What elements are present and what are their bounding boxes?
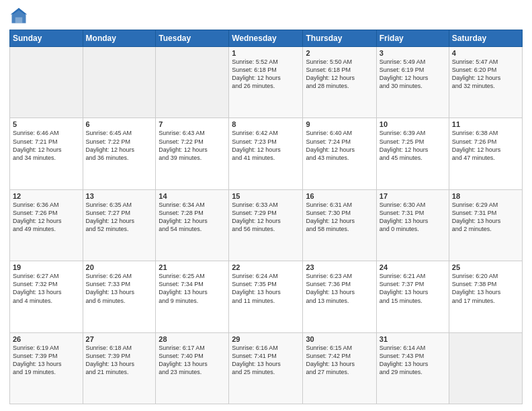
calendar-cell: 27Sunrise: 6:18 AM Sunset: 7:39 PM Dayli… [83, 332, 156, 404]
day-number: 2 [306, 49, 373, 57]
day-number: 31 [380, 335, 446, 343]
day-info: Sunrise: 6:19 AM Sunset: 7:39 PM Dayligh… [13, 344, 80, 377]
calendar-cell: 20Sunrise: 6:26 AM Sunset: 7:33 PM Dayli… [83, 261, 156, 332]
day-number: 21 [159, 263, 226, 271]
day-number: 4 [452, 49, 519, 57]
weekday-header: Thursday [303, 30, 376, 47]
calendar-cell: 30Sunrise: 6:15 AM Sunset: 7:42 PM Dayli… [303, 332, 376, 404]
day-number: 7 [159, 120, 226, 128]
day-info: Sunrise: 6:27 AM Sunset: 7:32 PM Dayligh… [13, 272, 80, 305]
day-info: Sunrise: 6:15 AM Sunset: 7:42 PM Dayligh… [306, 344, 373, 377]
calendar-cell: 7Sunrise: 6:43 AM Sunset: 7:22 PM Daylig… [156, 118, 229, 189]
day-info: Sunrise: 5:52 AM Sunset: 6:18 PM Dayligh… [232, 58, 300, 91]
day-info: Sunrise: 6:39 AM Sunset: 7:25 PM Dayligh… [380, 129, 446, 162]
day-info: Sunrise: 6:35 AM Sunset: 7:27 PM Dayligh… [86, 201, 153, 234]
day-info: Sunrise: 6:29 AM Sunset: 7:31 PM Dayligh… [452, 201, 519, 234]
weekday-row: SundayMondayTuesdayWednesdayThursdayFrid… [10, 30, 523, 47]
day-info: Sunrise: 6:33 AM Sunset: 7:29 PM Dayligh… [232, 201, 300, 234]
calendar-cell: 4Sunrise: 5:47 AM Sunset: 6:20 PM Daylig… [449, 47, 522, 118]
weekday-header: Friday [376, 30, 449, 47]
day-number: 22 [232, 263, 300, 271]
calendar-week: 5Sunrise: 6:46 AM Sunset: 7:21 PM Daylig… [10, 118, 523, 189]
day-number: 29 [232, 335, 300, 343]
calendar-body: 1Sunrise: 5:52 AM Sunset: 6:18 PM Daylig… [10, 47, 523, 404]
day-number: 28 [159, 335, 226, 343]
day-info: Sunrise: 6:26 AM Sunset: 7:33 PM Dayligh… [86, 272, 153, 305]
day-number: 14 [159, 192, 226, 200]
calendar-cell: 9Sunrise: 6:40 AM Sunset: 7:24 PM Daylig… [303, 118, 376, 189]
calendar-cell: 8Sunrise: 6:42 AM Sunset: 7:23 PM Daylig… [229, 118, 303, 189]
calendar-cell: 29Sunrise: 6:16 AM Sunset: 7:41 PM Dayli… [229, 332, 303, 404]
calendar-cell: 17Sunrise: 6:30 AM Sunset: 7:31 PM Dayli… [376, 189, 449, 261]
day-info: Sunrise: 6:43 AM Sunset: 7:22 PM Dayligh… [159, 129, 226, 162]
calendar-cell: 6Sunrise: 6:45 AM Sunset: 7:22 PM Daylig… [83, 118, 156, 189]
weekday-header: Monday [83, 30, 156, 47]
calendar-cell: 2Sunrise: 5:50 AM Sunset: 6:18 PM Daylig… [303, 47, 376, 118]
day-info: Sunrise: 6:21 AM Sunset: 7:37 PM Dayligh… [380, 272, 446, 305]
svg-rect-2 [15, 17, 23, 24]
calendar-cell: 11Sunrise: 6:38 AM Sunset: 7:26 PM Dayli… [449, 118, 522, 189]
day-info: Sunrise: 6:40 AM Sunset: 7:24 PM Dayligh… [306, 129, 373, 162]
calendar-cell: 23Sunrise: 6:23 AM Sunset: 7:36 PM Dayli… [303, 261, 376, 332]
calendar-cell: 10Sunrise: 6:39 AM Sunset: 7:25 PM Dayli… [376, 118, 449, 189]
day-info: Sunrise: 6:46 AM Sunset: 7:21 PM Dayligh… [13, 129, 80, 162]
day-info: Sunrise: 6:45 AM Sunset: 7:22 PM Dayligh… [86, 129, 153, 162]
calendar-week: 19Sunrise: 6:27 AM Sunset: 7:32 PM Dayli… [10, 261, 523, 332]
calendar-cell: 25Sunrise: 6:20 AM Sunset: 7:38 PM Dayli… [449, 261, 522, 332]
day-info: Sunrise: 6:24 AM Sunset: 7:35 PM Dayligh… [232, 272, 300, 305]
day-number: 16 [306, 192, 373, 200]
calendar-cell: 5Sunrise: 6:46 AM Sunset: 7:21 PM Daylig… [10, 118, 83, 189]
day-number: 18 [452, 192, 519, 200]
calendar-cell: 18Sunrise: 6:29 AM Sunset: 7:31 PM Dayli… [449, 189, 522, 261]
day-info: Sunrise: 6:36 AM Sunset: 7:26 PM Dayligh… [13, 201, 80, 234]
day-info: Sunrise: 5:49 AM Sunset: 6:19 PM Dayligh… [380, 58, 446, 91]
day-number: 19 [13, 263, 80, 271]
day-number: 27 [86, 335, 153, 343]
logo-icon [9, 7, 28, 26]
day-number: 15 [232, 192, 300, 200]
page: SundayMondayTuesdayWednesdayThursdayFrid… [0, 0, 532, 411]
calendar-cell: 28Sunrise: 6:17 AM Sunset: 7:40 PM Dayli… [156, 332, 229, 404]
weekday-header: Sunday [10, 30, 83, 47]
calendar-header: SundayMondayTuesdayWednesdayThursdayFrid… [10, 30, 523, 47]
day-info: Sunrise: 6:14 AM Sunset: 7:43 PM Dayligh… [380, 344, 446, 377]
calendar-cell: 14Sunrise: 6:34 AM Sunset: 7:28 PM Dayli… [156, 189, 229, 261]
calendar: SundayMondayTuesdayWednesdayThursdayFrid… [9, 30, 523, 404]
calendar-cell: 21Sunrise: 6:25 AM Sunset: 7:34 PM Dayli… [156, 261, 229, 332]
day-number: 3 [380, 49, 446, 57]
calendar-cell: 3Sunrise: 5:49 AM Sunset: 6:19 PM Daylig… [376, 47, 449, 118]
calendar-cell [449, 332, 522, 404]
weekday-header: Tuesday [156, 30, 229, 47]
day-number: 30 [306, 335, 373, 343]
day-info: Sunrise: 6:20 AM Sunset: 7:38 PM Dayligh… [452, 272, 519, 305]
weekday-header: Saturday [449, 30, 522, 47]
calendar-cell: 15Sunrise: 6:33 AM Sunset: 7:29 PM Dayli… [229, 189, 303, 261]
day-info: Sunrise: 6:18 AM Sunset: 7:39 PM Dayligh… [86, 344, 153, 377]
day-number: 24 [380, 263, 446, 271]
day-info: Sunrise: 6:17 AM Sunset: 7:40 PM Dayligh… [159, 344, 226, 377]
calendar-cell [10, 47, 83, 118]
day-number: 6 [86, 120, 153, 128]
day-number: 5 [13, 120, 80, 128]
day-info: Sunrise: 6:16 AM Sunset: 7:41 PM Dayligh… [232, 344, 300, 377]
calendar-cell: 1Sunrise: 5:52 AM Sunset: 6:18 PM Daylig… [229, 47, 303, 118]
day-number: 9 [306, 120, 373, 128]
day-number: 23 [306, 263, 373, 271]
day-number: 25 [452, 263, 519, 271]
weekday-header: Wednesday [229, 30, 303, 47]
day-number: 17 [380, 192, 446, 200]
day-info: Sunrise: 5:50 AM Sunset: 6:18 PM Dayligh… [306, 58, 373, 91]
day-number: 26 [13, 335, 80, 343]
header [9, 7, 523, 26]
day-info: Sunrise: 5:47 AM Sunset: 6:20 PM Dayligh… [452, 58, 519, 91]
calendar-cell: 16Sunrise: 6:31 AM Sunset: 7:30 PM Dayli… [303, 189, 376, 261]
calendar-cell: 24Sunrise: 6:21 AM Sunset: 7:37 PM Dayli… [376, 261, 449, 332]
calendar-week: 26Sunrise: 6:19 AM Sunset: 7:39 PM Dayli… [10, 332, 523, 404]
calendar-week: 12Sunrise: 6:36 AM Sunset: 7:26 PM Dayli… [10, 189, 523, 261]
day-number: 12 [13, 192, 80, 200]
day-info: Sunrise: 6:34 AM Sunset: 7:28 PM Dayligh… [159, 201, 226, 234]
calendar-cell: 22Sunrise: 6:24 AM Sunset: 7:35 PM Dayli… [229, 261, 303, 332]
calendar-cell: 13Sunrise: 6:35 AM Sunset: 7:27 PM Dayli… [83, 189, 156, 261]
day-number: 1 [232, 49, 300, 57]
day-info: Sunrise: 6:23 AM Sunset: 7:36 PM Dayligh… [306, 272, 373, 305]
